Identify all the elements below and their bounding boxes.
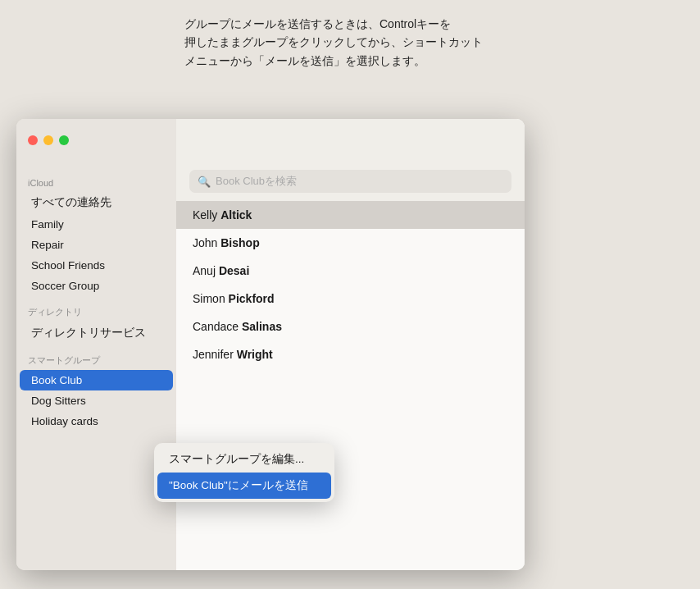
sidebar: iCloud すべての連絡先 Family Repair School Frie… [16, 119, 176, 570]
directory-section-label: ディレクトリ [16, 296, 176, 322]
sidebar-item-dog-sitters[interactable]: Dog Sitters [20, 390, 173, 411]
smart-group-section-label: スマートグループ [16, 345, 176, 370]
tooltip-line2: 押したままグループをクリックしてから、ショートカット [184, 35, 483, 48]
sidebar-item-all-contacts[interactable]: すべての連絡先 [20, 191, 173, 214]
contact-item[interactable]: Jennifer Wright [176, 340, 525, 368]
main-content: 🔍 Book Clubを検索 Kelly Altick John Bishop … [176, 119, 525, 570]
contacts-list: Kelly Altick John Bishop Anuj Desai Simo… [176, 201, 525, 570]
search-input-wrapper[interactable]: 🔍 Book Clubを検索 [189, 170, 511, 193]
sidebar-item-holiday-cards[interactable]: Holiday cards [20, 411, 173, 431]
minimize-button[interactable] [43, 135, 53, 145]
titlebar [16, 119, 176, 162]
tooltip-container: グループにメールを送信するときは、Controlキーを 押したままグループをクリ… [184, 15, 675, 70]
tooltip-line1: グループにメールを送信するときは、Controlキーを [184, 17, 451, 30]
contact-item[interactable]: John Bishop [176, 229, 525, 257]
contact-item[interactable]: Candace Salinas [176, 313, 525, 340]
context-menu-send-mail[interactable]: "Book Club"にメールを送信 [157, 473, 331, 499]
sidebar-item-book-club[interactable]: Book Club [20, 370, 173, 390]
tooltip-line3: メニューから「メールを送信」を選択します。 [184, 54, 425, 67]
context-menu: スマートグループを編集... "Book Club"にメールを送信 [154, 443, 334, 502]
sidebar-item-soccer-group[interactable]: Soccer Group [20, 276, 173, 296]
maximize-button[interactable] [59, 135, 69, 145]
contact-item[interactable]: Simon Pickford [176, 285, 525, 313]
sidebar-item-directory-service[interactable]: ディレクトリサービス [20, 322, 173, 345]
close-button[interactable] [28, 135, 38, 145]
contact-item[interactable]: Kelly Altick [176, 201, 525, 229]
sidebar-item-repair[interactable]: Repair [20, 235, 173, 255]
sidebar-item-family[interactable]: Family [20, 214, 173, 235]
contact-item[interactable]: Anuj Desai [176, 257, 525, 285]
search-placeholder: Book Clubを検索 [216, 174, 297, 189]
app-window: iCloud すべての連絡先 Family Repair School Frie… [16, 119, 525, 570]
sidebar-item-school-friends[interactable]: School Friends [20, 255, 173, 276]
main-titlebar [176, 119, 525, 162]
icloud-section-label: iCloud [16, 168, 176, 191]
search-bar: 🔍 Book Clubを検索 [176, 162, 525, 201]
search-icon: 🔍 [198, 176, 211, 188]
sidebar-content: iCloud すべての連絡先 Family Repair School Frie… [16, 162, 176, 438]
context-menu-edit[interactable]: スマートグループを編集... [157, 446, 331, 473]
